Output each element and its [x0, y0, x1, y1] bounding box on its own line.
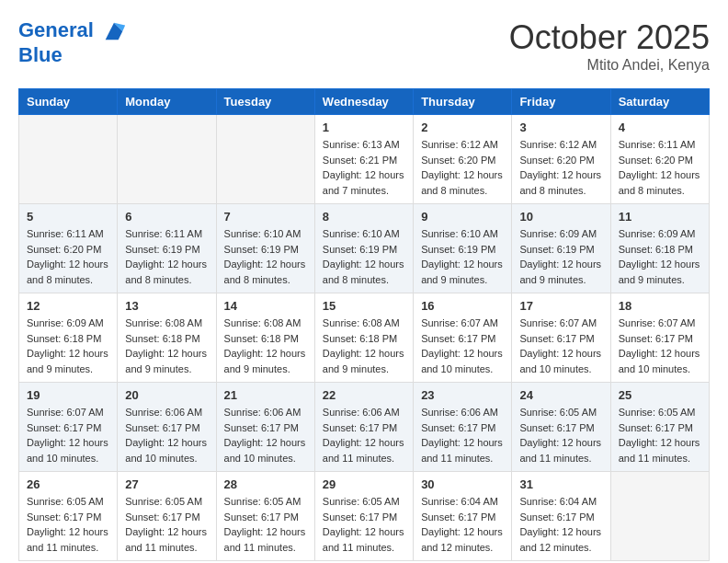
day-number: 14 [224, 299, 307, 313]
month-title: October 2025 [509, 18, 710, 57]
calendar-cell: 27Sunrise: 6:05 AM Sunset: 6:17 PM Dayli… [118, 472, 216, 561]
weekday-header-monday: Monday [118, 89, 216, 115]
day-number: 4 [619, 121, 701, 134]
day-number: 26 [27, 477, 109, 491]
calendar-cell [216, 115, 314, 204]
day-info: Sunrise: 6:08 AM Sunset: 6:18 PM Dayligh… [224, 316, 307, 376]
day-info: Sunrise: 6:06 AM Sunset: 6:17 PM Dayligh… [323, 405, 405, 465]
logo-text: General [18, 18, 127, 44]
calendar-cell: 5Sunrise: 6:11 AM Sunset: 6:20 PM Daylig… [19, 204, 118, 293]
calendar-cell: 11Sunrise: 6:09 AM Sunset: 6:18 PM Dayli… [610, 204, 709, 293]
calendar-cell [610, 472, 709, 561]
calendar-cell: 13Sunrise: 6:08 AM Sunset: 6:18 PM Dayli… [118, 293, 216, 383]
day-info: Sunrise: 6:09 AM Sunset: 6:18 PM Dayligh… [27, 316, 109, 376]
calendar-cell: 4Sunrise: 6:11 AM Sunset: 6:20 PM Daylig… [610, 115, 709, 204]
weekday-header-thursday: Thursday [414, 89, 512, 115]
day-info: Sunrise: 6:07 AM Sunset: 6:17 PM Dayligh… [619, 316, 701, 376]
day-info: Sunrise: 6:05 AM Sunset: 6:17 PM Dayligh… [224, 494, 307, 555]
calendar-cell: 30Sunrise: 6:04 AM Sunset: 6:17 PM Dayli… [414, 472, 512, 561]
logo: General Blue [18, 18, 127, 66]
location-title: Mtito Andei, Kenya [509, 57, 710, 74]
day-number: 1 [323, 121, 405, 134]
day-number: 17 [519, 299, 602, 313]
day-info: Sunrise: 6:05 AM Sunset: 6:17 PM Dayligh… [519, 405, 602, 465]
day-number: 8 [323, 210, 405, 224]
day-number: 27 [125, 477, 208, 491]
calendar-cell: 31Sunrise: 6:04 AM Sunset: 6:17 PM Dayli… [512, 472, 610, 561]
day-number: 6 [125, 210, 208, 224]
weekday-header-saturday: Saturday [610, 89, 709, 115]
day-number: 20 [125, 388, 208, 402]
calendar-cell: 1Sunrise: 6:13 AM Sunset: 6:21 PM Daylig… [314, 115, 413, 204]
day-info: Sunrise: 6:08 AM Sunset: 6:18 PM Dayligh… [323, 316, 405, 376]
day-info: Sunrise: 6:09 AM Sunset: 6:18 PM Dayligh… [619, 226, 701, 287]
weekday-header-sunday: Sunday [19, 89, 118, 115]
calendar-cell: 15Sunrise: 6:08 AM Sunset: 6:18 PM Dayli… [314, 293, 413, 383]
day-info: Sunrise: 6:10 AM Sunset: 6:19 PM Dayligh… [323, 226, 405, 287]
calendar-cell: 26Sunrise: 6:05 AM Sunset: 6:17 PM Dayli… [19, 472, 118, 561]
day-info: Sunrise: 6:07 AM Sunset: 6:17 PM Dayligh… [519, 316, 602, 376]
calendar-cell: 10Sunrise: 6:09 AM Sunset: 6:19 PM Dayli… [512, 204, 610, 293]
day-info: Sunrise: 6:11 AM Sunset: 6:19 PM Dayligh… [125, 226, 208, 287]
day-number: 22 [323, 388, 405, 402]
day-number: 21 [224, 388, 307, 402]
calendar-cell: 22Sunrise: 6:06 AM Sunset: 6:17 PM Dayli… [314, 383, 413, 472]
calendar-cell: 2Sunrise: 6:12 AM Sunset: 6:20 PM Daylig… [414, 115, 512, 204]
calendar-cell: 8Sunrise: 6:10 AM Sunset: 6:19 PM Daylig… [314, 204, 413, 293]
day-number: 2 [421, 121, 504, 134]
day-info: Sunrise: 6:06 AM Sunset: 6:17 PM Dayligh… [125, 405, 208, 465]
logo-blue: Blue [18, 44, 127, 66]
calendar-week-2: 5Sunrise: 6:11 AM Sunset: 6:20 PM Daylig… [19, 204, 710, 293]
day-number: 7 [224, 210, 307, 224]
day-number: 25 [619, 388, 701, 402]
calendar-cell [19, 115, 118, 204]
day-info: Sunrise: 6:12 AM Sunset: 6:20 PM Dayligh… [519, 137, 602, 198]
calendar-table: SundayMondayTuesdayWednesdayThursdayFrid… [18, 88, 710, 561]
day-number: 18 [619, 299, 701, 313]
day-number: 3 [519, 121, 602, 134]
calendar-cell: 16Sunrise: 6:07 AM Sunset: 6:17 PM Dayli… [414, 293, 512, 383]
day-number: 30 [421, 477, 504, 491]
day-info: Sunrise: 6:05 AM Sunset: 6:17 PM Dayligh… [323, 494, 405, 555]
day-number: 24 [519, 388, 602, 402]
title-block: October 2025 Mtito Andei, Kenya [509, 18, 710, 74]
calendar-cell: 21Sunrise: 6:06 AM Sunset: 6:17 PM Dayli… [216, 383, 314, 472]
calendar-cell: 23Sunrise: 6:06 AM Sunset: 6:17 PM Dayli… [414, 383, 512, 472]
day-number: 19 [27, 388, 109, 402]
day-number: 12 [27, 299, 109, 313]
day-info: Sunrise: 6:07 AM Sunset: 6:17 PM Dayligh… [421, 316, 504, 376]
day-info: Sunrise: 6:10 AM Sunset: 6:19 PM Dayligh… [224, 226, 307, 287]
day-info: Sunrise: 6:13 AM Sunset: 6:21 PM Dayligh… [323, 137, 405, 198]
calendar-cell: 25Sunrise: 6:05 AM Sunset: 6:17 PM Dayli… [610, 383, 709, 472]
day-number: 16 [421, 299, 504, 313]
calendar-cell: 29Sunrise: 6:05 AM Sunset: 6:17 PM Dayli… [314, 472, 413, 561]
day-info: Sunrise: 6:07 AM Sunset: 6:17 PM Dayligh… [27, 405, 109, 465]
weekday-header-row: SundayMondayTuesdayWednesdayThursdayFrid… [19, 89, 710, 115]
day-number: 13 [125, 299, 208, 313]
day-number: 11 [619, 210, 701, 224]
day-info: Sunrise: 6:04 AM Sunset: 6:17 PM Dayligh… [519, 494, 602, 555]
calendar-cell: 19Sunrise: 6:07 AM Sunset: 6:17 PM Dayli… [19, 383, 118, 472]
day-info: Sunrise: 6:05 AM Sunset: 6:17 PM Dayligh… [27, 494, 109, 555]
day-number: 31 [519, 477, 602, 491]
day-info: Sunrise: 6:05 AM Sunset: 6:17 PM Dayligh… [125, 494, 208, 555]
day-number: 28 [224, 477, 307, 491]
page-header: General Blue October 2025 Mtito Andei, K… [18, 18, 710, 74]
calendar-cell: 28Sunrise: 6:05 AM Sunset: 6:17 PM Dayli… [216, 472, 314, 561]
calendar-cell: 6Sunrise: 6:11 AM Sunset: 6:19 PM Daylig… [118, 204, 216, 293]
day-info: Sunrise: 6:05 AM Sunset: 6:17 PM Dayligh… [619, 405, 701, 465]
calendar-cell: 3Sunrise: 6:12 AM Sunset: 6:20 PM Daylig… [512, 115, 610, 204]
weekday-header-friday: Friday [512, 89, 610, 115]
day-number: 23 [421, 388, 504, 402]
calendar-cell: 24Sunrise: 6:05 AM Sunset: 6:17 PM Dayli… [512, 383, 610, 472]
calendar-week-4: 19Sunrise: 6:07 AM Sunset: 6:17 PM Dayli… [19, 383, 710, 472]
day-number: 29 [323, 477, 405, 491]
calendar-header: SundayMondayTuesdayWednesdayThursdayFrid… [19, 89, 710, 115]
day-info: Sunrise: 6:08 AM Sunset: 6:18 PM Dayligh… [125, 316, 208, 376]
calendar-body: 1Sunrise: 6:13 AM Sunset: 6:21 PM Daylig… [19, 115, 710, 561]
calendar-cell: 20Sunrise: 6:06 AM Sunset: 6:17 PM Dayli… [118, 383, 216, 472]
day-info: Sunrise: 6:06 AM Sunset: 6:17 PM Dayligh… [224, 405, 307, 465]
calendar-cell: 12Sunrise: 6:09 AM Sunset: 6:18 PM Dayli… [19, 293, 118, 383]
day-number: 9 [421, 210, 504, 224]
day-info: Sunrise: 6:06 AM Sunset: 6:17 PM Dayligh… [421, 405, 504, 465]
